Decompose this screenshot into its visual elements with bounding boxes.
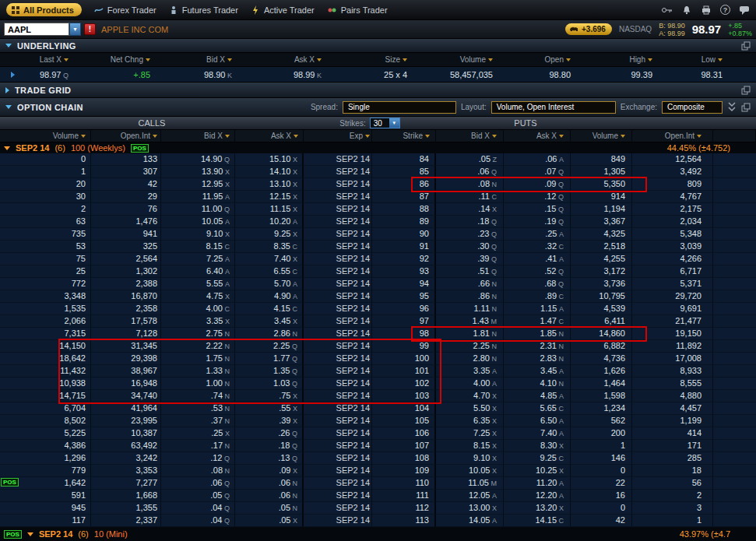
symbol-input[interactable]	[4, 23, 69, 36]
put-ask-cell[interactable]: 1.15 A	[504, 303, 571, 315]
chat-icon[interactable]	[739, 5, 750, 16]
call-bid-cell[interactable]: 13.90 X	[161, 166, 235, 178]
dropdown-arrow-icon[interactable]: ▼	[389, 118, 399, 128]
option-row-strike-94[interactable]: 7722,3885.55 A5.70 ASEP2 1494.66 N.68 Q3…	[0, 278, 756, 290]
put-bid-cell[interactable]: 6.35 X	[436, 415, 504, 427]
put-bid-cell[interactable]: .66 N	[436, 278, 504, 290]
put-ask-cell[interactable]: .41 A	[504, 253, 571, 265]
call-bid-cell[interactable]: 9.10 X	[161, 228, 235, 241]
call-bid-cell[interactable]: 10.05 A	[161, 216, 235, 228]
symbol-dropdown-button[interactable]: ▼	[69, 23, 81, 36]
call-bid-column[interactable]: Bid X	[161, 130, 235, 142]
option-row-strike-84[interactable]: 013314.90 Q15.10 XSEP2 1484.05 Z.06 A849…	[0, 153, 756, 166]
underlying-column-volume[interactable]: Volume	[413, 55, 499, 64]
option-row-strike-86[interactable]: 204212.95 X13.10 XSEP2 1486.08 N.09 Q5,3…	[0, 178, 756, 191]
put-ask-cell[interactable]: 3.45 A	[504, 365, 571, 378]
call-bid-cell[interactable]: 14.90 Q	[161, 153, 235, 166]
call-bid-cell[interactable]: 1.00 N	[161, 378, 235, 390]
call-bid-cell[interactable]: .04 Q	[161, 515, 235, 527]
put-bid-cell[interactable]: 12.05 A	[436, 490, 504, 502]
call-ask-cell[interactable]: .55 X	[235, 402, 304, 415]
help-icon[interactable]: ?	[720, 5, 730, 15]
put-ask-cell[interactable]: 11.20 A	[504, 477, 571, 490]
option-row-strike-102[interactable]: 10,93816,9481.00 N1.03 QSEP2 141024.00 A…	[0, 378, 756, 390]
call-ask-cell[interactable]: 1.77 Q	[235, 353, 304, 365]
call-bid-cell[interactable]: .37 N	[161, 415, 235, 427]
call-ask-cell[interactable]: 3.45 X	[235, 315, 304, 328]
put-ask-cell[interactable]: .06 A	[504, 153, 571, 166]
call-ask-cell[interactable]: .05 X	[235, 515, 304, 527]
underlying-column-low[interactable]: Low	[659, 55, 729, 64]
put-open-int-column[interactable]: Open.Int	[632, 130, 713, 142]
put-bid-cell[interactable]: .86 N	[436, 290, 504, 303]
call-ask-cell[interactable]: 15.10 X	[235, 153, 304, 166]
call-bid-cell[interactable]: .04 Q	[161, 502, 235, 515]
option-row-strike-111[interactable]: 5911,668.05 Q.06 NSEP2 1411112.05 A12.20…	[0, 490, 756, 502]
put-bid-cell[interactable]: .08 N	[436, 178, 504, 191]
call-ask-cell[interactable]: 1.35 Q	[235, 365, 304, 378]
option-chain-section-header[interactable]: OPTION CHAIN Spread: Single Layout: Volu…	[0, 98, 756, 117]
put-bid-cell[interactable]: 1.11 N	[436, 303, 504, 315]
option-row-strike-89[interactable]: 631,47610.05 A10.20 ASEP2 1489.18 Q.19 Q…	[0, 216, 756, 228]
call-ask-cell[interactable]: 1.03 Q	[235, 378, 304, 390]
option-row-strike-103[interactable]: 14,71534,740.74 N.75 XSEP2 141034.70 X4.…	[0, 390, 756, 402]
group-collapse-icon[interactable]	[27, 532, 33, 536]
call-bid-cell[interactable]: 8.15 C	[161, 241, 235, 253]
put-bid-cell[interactable]: 14.05 A	[436, 515, 504, 527]
call-bid-cell[interactable]: .06 Q	[161, 477, 235, 490]
call-ask-cell[interactable]: 2.25 Q	[235, 340, 304, 353]
call-ask-column[interactable]: Ask X	[235, 130, 304, 142]
strike-column[interactable]: Strike	[372, 130, 436, 142]
option-row-strike-107[interactable]: 4,38663,492.17 N.18 QSEP2 141078.15 X8.3…	[0, 440, 756, 452]
put-bid-cell[interactable]: .30 Q	[436, 241, 504, 253]
call-bid-cell[interactable]: 4.00 C	[161, 303, 235, 315]
put-bid-cell[interactable]: .06 Q	[436, 166, 504, 178]
option-row-strike-110[interactable]: 1,6427,277.06 Q.06 NSEP2 1411011.05 M11.…	[0, 477, 756, 490]
tab-futures-trader[interactable]: Futures Trader	[169, 5, 238, 15]
call-ask-cell[interactable]: 6.55 C	[235, 265, 304, 278]
panels-icon[interactable]	[741, 41, 751, 51]
put-ask-cell[interactable]: 8.30 X	[504, 440, 571, 452]
collapse-icon[interactable]	[5, 105, 12, 109]
option-row-strike-97[interactable]: 2,06617,5783.35 X3.45 XSEP2 14971.43 M1.…	[0, 315, 756, 328]
underlying-section-header[interactable]: UNDERLYING	[0, 39, 756, 53]
trade-score-badge[interactable]: +3.696	[565, 23, 612, 35]
call-bid-cell[interactable]: .53 N	[161, 402, 235, 415]
call-ask-cell[interactable]: .75 X	[235, 390, 304, 402]
option-row-strike-85[interactable]: 130713.90 X14.10 XSEP2 1485.06 Q.07 Q1,3…	[0, 166, 756, 178]
call-ask-cell[interactable]: 2.86 N	[235, 328, 304, 340]
option-row-strike-113[interactable]: 1172,337.04 Q.05 XSEP2 1411314.05 A14.15…	[0, 515, 756, 527]
call-bid-cell[interactable]: .74 N	[161, 390, 235, 402]
option-row-strike-95[interactable]: 3,34816,8704.75 X4.90 ASEP2 1495.86 N.89…	[0, 290, 756, 303]
put-ask-cell[interactable]: 4.10 N	[504, 378, 571, 390]
call-ask-cell[interactable]: 12.15 X	[235, 191, 304, 203]
call-bid-cell[interactable]: 2.75 N	[161, 328, 235, 340]
tab-pairs-trader[interactable]: Pairs Trader	[327, 5, 388, 15]
underlying-column-ask-x[interactable]: Ask X	[238, 55, 328, 64]
put-bid-cell[interactable]: .18 Q	[436, 216, 504, 228]
call-bid-cell[interactable]: .25 X	[161, 427, 235, 440]
option-row-strike-98[interactable]: 7,3157,1282.75 N2.86 NSEP2 14981.81 N1.8…	[0, 328, 756, 340]
put-ask-cell[interactable]: .19 Q	[504, 216, 571, 228]
option-row-strike-109[interactable]: 7793,353.08 N.09 XSEP2 1410910.05 X10.25…	[0, 465, 756, 477]
put-ask-cell[interactable]: 4.85 A	[504, 390, 571, 402]
call-ask-cell[interactable]: .13 Q	[235, 452, 304, 465]
layout-select[interactable]: Volume, Open Interest	[491, 101, 616, 114]
put-bid-cell[interactable]: 5.50 X	[436, 402, 504, 415]
put-ask-cell[interactable]: 10.25 X	[504, 465, 571, 477]
put-ask-cell[interactable]: .09 Q	[504, 178, 571, 191]
call-bid-cell[interactable]: 4.75 X	[161, 290, 235, 303]
call-ask-cell[interactable]: 9.25 X	[235, 228, 304, 241]
call-bid-cell[interactable]: 11.00 Q	[161, 203, 235, 216]
put-ask-cell[interactable]: 14.15 C	[504, 515, 571, 527]
call-volume-column[interactable]: Volume	[0, 130, 91, 142]
call-bid-cell[interactable]: .17 N	[161, 440, 235, 452]
alerts-bell-icon[interactable]	[681, 5, 692, 16]
symbol-flag-button[interactable]: !	[84, 23, 96, 35]
tab-active-trader[interactable]: Active Trader	[251, 5, 315, 15]
put-bid-cell[interactable]: .11 C	[436, 191, 504, 203]
put-bid-cell[interactable]: .51 Q	[436, 265, 504, 278]
underlying-column-open[interactable]: Open	[499, 55, 577, 64]
chevrons-down-icon[interactable]	[727, 102, 737, 112]
call-bid-cell[interactable]: .12 Q	[161, 452, 235, 465]
